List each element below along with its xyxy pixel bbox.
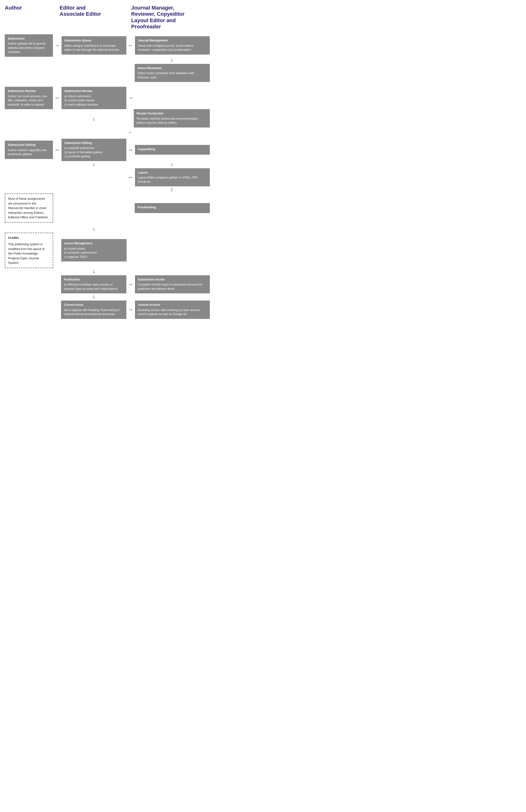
journal-mgmt-text: Setup and configure journal, enroll edit… [138, 44, 194, 52]
journal-mgmt-cell: Journal Management Setup and configure j… [134, 36, 210, 55]
select-reviewers-cell: Select Reviewers Editor invites reviewer… [134, 64, 210, 82]
submission-cell: Submission Author uploads file to journa… [5, 34, 54, 57]
publication-text: a) offering immediate open access or del… [64, 283, 118, 291]
connector-3a: ↓ Review Conducted Reviewer submits revi… [5, 109, 210, 129]
row-sub-editing: Submission Editing Author reviews copyed… [5, 139, 210, 161]
arrow-queue-to-mgmt: ← [127, 42, 134, 49]
row-publication: Publication a) offering immediate open a… [5, 275, 210, 294]
spacer-2 [5, 82, 210, 87]
arrow-current-to-archive: → [127, 306, 134, 313]
journal-archive-cell: Journal Archive Browsing issues, with in… [134, 301, 210, 319]
row-sub-review: Submission Review Author can track proce… [5, 87, 210, 109]
submission-title: Submission [8, 37, 50, 41]
manager-header: Journal Manager, Reviewer, Copyeditor La… [129, 5, 210, 30]
dashed-note-cell: Most of these assignments are processed … [5, 193, 54, 222]
arrow-sub-review-both: ↔ [54, 95, 60, 101]
connector-4: ↓ ↓ [5, 161, 210, 167]
sub-editing-author-box: Submission Editing Author reviews copyed… [5, 141, 53, 159]
row-proofreading: Most of these assignments are processed … [5, 193, 210, 222]
row-1: Submission Author uploads file to journa… [5, 34, 210, 57]
review-conducted-box: Review Conducted Reviewer submits review… [134, 109, 210, 128]
credits-cell: Credits This publishing system is modifi… [5, 233, 54, 268]
sub-review-editor-cell: Submission Review a) check submission b)… [60, 87, 128, 109]
sub-editing-editor-box: Submission Editing a) copyedit submissio… [61, 139, 127, 161]
arrow-review-to-conducted: → [127, 95, 134, 101]
publication-title: Publication [64, 278, 123, 282]
sub-queue-cell: Submission Queue Editor assigns submissi… [60, 36, 128, 55]
current-issue-text: Items appear with Reading Tools linking … [64, 308, 120, 316]
layout-text: Layout Editor prepares galleys in HTML, … [138, 176, 198, 184]
arrow-sub-editing-both: ↔ [54, 147, 60, 153]
select-reviewers-box: Select Reviewers Editor invites reviewer… [135, 64, 210, 82]
sub-archie-box: Submission Archie Complete records kept … [135, 275, 210, 294]
review-conducted-title: Review Conducted [137, 112, 207, 116]
journal-archive-title: Journal Archive [138, 303, 207, 307]
connector-issues-down: ↓ [5, 226, 210, 232]
sub-editing-author-title: Submission Editing [8, 143, 50, 147]
sub-review-author-title: Submission Review [8, 89, 50, 93]
sub-editing-editor-text: a) copyedit submission b) layout of form… [65, 146, 103, 158]
current-issue-box: Current issue Items appear with Reading … [61, 301, 126, 319]
sub-queue-text: Editor assigns submission to associate e… [65, 44, 119, 52]
dashed-note-box: Most of these assignments are processed … [5, 193, 53, 222]
journal-mgmt-title: Journal Management [138, 39, 207, 43]
arrow-pub-to-archie: → [127, 281, 134, 287]
author-header: Author [5, 5, 57, 30]
arrow-to-layout: ↔ [127, 174, 134, 180]
connector-current-down: ↓ [5, 293, 210, 300]
sub-review-editor-title: Submission Review [65, 89, 124, 93]
row-select-reviewers: Select Reviewers Editor invites reviewer… [5, 64, 210, 82]
proofreading-box: Proofreading [135, 203, 210, 213]
submission-text: Author uploads file to journal website a… [8, 42, 45, 54]
sub-editing-editor-cell: Submission Editing a) copyedit submissio… [60, 139, 128, 161]
journal-mgmt-box: Journal Management Setup and configure j… [135, 36, 210, 55]
copyediting-box: Copyediting [135, 145, 210, 155]
header-row: Author Editor and Associate Editor Journ… [5, 5, 210, 30]
journal-archive-box: Journal Archive Browsing issues, with in… [135, 301, 210, 319]
row-current-issue: Current issue Items appear with Reading … [5, 301, 210, 319]
row-issues-mgmt: Credits This publishing system is modifi… [5, 233, 210, 268]
select-reviewers-title: Select Reviewers [138, 66, 207, 71]
issues-mgmt-title: Issues Management [64, 242, 124, 246]
layout-title: Layout [138, 171, 207, 175]
connector-layout-down: ↕ [5, 186, 210, 192]
current-issue-title: Current issue [64, 303, 123, 307]
sub-archie-cell: Submission Archie Complete records kept … [134, 275, 210, 294]
review-conducted-text: Reviewer submits review and recommendati… [137, 117, 198, 125]
connector-pub-down: ↓ [5, 268, 210, 274]
sub-queue-title: Submission Queue [65, 39, 124, 43]
layout-cell: Layout Layout Editor prepares galleys in… [134, 168, 210, 187]
arrow-editing-to-copy: ↔ [127, 147, 134, 153]
sub-review-editor-box: Submission Review a) check submission b)… [61, 87, 127, 109]
sub-editing-editor-title: Submission Editing [65, 141, 124, 145]
sub-archie-text: Complete records kept of submission proc… [138, 283, 202, 291]
credits-box: Credits This publishing system is modifi… [5, 233, 53, 268]
sub-editing-author-cell: Submission Editing Author reviews copyed… [5, 141, 54, 159]
sub-review-editor-text: a) check submission b) conduct peer revi… [65, 95, 98, 106]
journal-archive-text: Browsing issues, with indexing by open a… [138, 308, 200, 316]
connector-3b: ← [5, 129, 210, 135]
issues-mgmt-text: a) create issues b) schedule submissions… [64, 247, 97, 259]
layout-box: Layout Layout Editor prepares galleys in… [135, 168, 210, 187]
sub-queue-box: Submission Queue Editor assigns submissi… [61, 36, 127, 55]
submission-box: Submission Author uploads file to journa… [5, 34, 53, 57]
arrow-sub-to-queue: → [54, 42, 60, 49]
sub-editing-author-text: Author reviews copyedits and proofreads … [8, 148, 46, 156]
publication-cell: Publication a) offering immediate open a… [60, 275, 127, 294]
sub-review-author-text: Author can track process, see files, rev… [8, 95, 47, 106]
credits-title: Credits [8, 235, 50, 240]
sub-review-author-cell: Submission Review Author can track proce… [5, 87, 54, 109]
select-reviewers-text: Editor invites reviewers from database w… [138, 72, 194, 79]
spacer-3 [5, 136, 210, 139]
proofreading-cell: Proofreading [134, 203, 210, 213]
issues-mgmt-box: Issues Management a) create issues b) sc… [61, 239, 127, 261]
connector-1: ↓ [5, 57, 210, 63]
spacer-proof [5, 222, 210, 226]
publication-box: Publication a) offering immediate open a… [61, 275, 126, 294]
sub-review-author-box: Submission Review Author can track proce… [5, 87, 53, 109]
copyediting-cell: Copyediting [134, 145, 210, 155]
row-layout: ↔ Layout Layout Editor prepares galleys … [5, 168, 210, 187]
proofreading-title: Proofreading [138, 205, 207, 210]
credits-text: This publishing system is modified from … [8, 242, 45, 264]
editor-header: Editor and Associate Editor [57, 5, 129, 30]
